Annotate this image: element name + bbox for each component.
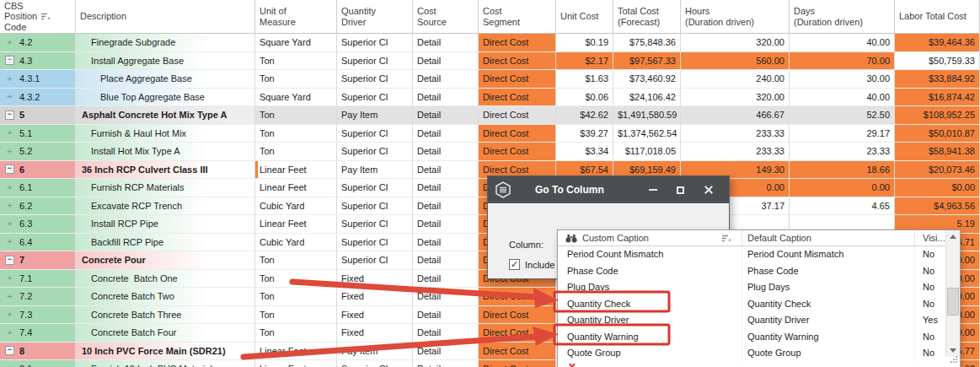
cell-desc[interactable]: Place Aggregate Base bbox=[76, 70, 255, 89]
cell-total_cost[interactable]: $117,018.05 bbox=[613, 143, 681, 161]
cell-driver[interactable]: Pay Item bbox=[337, 106, 413, 125]
expand-icon[interactable]: + bbox=[5, 273, 14, 283]
maximize-icon[interactable] bbox=[667, 176, 694, 203]
popup-cell-visible[interactable]: No bbox=[915, 279, 947, 296]
cell-code[interactable]: +5.1 bbox=[0, 125, 76, 143]
expand-icon[interactable]: + bbox=[5, 237, 14, 246]
grid-row-4.3.2[interactable]: +4.3.2Blue Top Aggregate BaseSquare Yard… bbox=[0, 89, 980, 107]
cell-uom[interactable]: Cubic Yard bbox=[255, 234, 337, 252]
cell-source[interactable]: Detail bbox=[413, 215, 479, 234]
cell-desc[interactable]: Concrete Batch Two bbox=[76, 288, 255, 306]
grid-row-4.3.1[interactable]: +4.3.1Place Aggregate BaseTonSuperior CI… bbox=[0, 70, 980, 89]
cell-source[interactable]: Detail bbox=[413, 106, 479, 125]
cell-desc[interactable]: Backfill RCP Pipe bbox=[76, 234, 255, 252]
cell-source[interactable]: Detail bbox=[413, 70, 479, 89]
cell-hours[interactable]: 233.33 bbox=[681, 143, 790, 161]
cell-unit_cost[interactable]: $39.27 bbox=[556, 125, 613, 143]
cell-desc[interactable]: Finegrade Subgrade bbox=[76, 34, 255, 52]
grid-row-5.1[interactable]: +5.1Furnish & Haul Hot MixTonSuperior CI… bbox=[0, 125, 980, 143]
popup-row-quote-group[interactable]: Quote GroupQuote GroupNo bbox=[558, 345, 960, 362]
column-header-source[interactable]: CostSource bbox=[413, 0, 479, 34]
cell-total_cost[interactable]: $75,848.36 bbox=[613, 34, 681, 52]
cell-source[interactable]: Detail bbox=[413, 161, 479, 180]
cell-driver[interactable]: Pay Item bbox=[337, 343, 413, 361]
cell-source[interactable]: Detail bbox=[413, 197, 479, 216]
popup-row-phase-code[interactable]: Phase CodePhase CodeNo bbox=[558, 263, 960, 280]
cell-code[interactable]: +4.3.1 bbox=[0, 70, 76, 89]
popup-cell-default-caption[interactable]: Plug Days bbox=[742, 279, 915, 296]
cell-code[interactable]: +7.3 bbox=[0, 306, 76, 325]
column-header-custom-caption[interactable]: Custom Caption bbox=[558, 230, 742, 246]
cell-code[interactable]: +8.1 bbox=[0, 360, 76, 367]
cell-hours[interactable]: 240.00 bbox=[681, 70, 790, 89]
cell-total_cost[interactable]: $1,374,562.54 bbox=[613, 125, 681, 143]
cell-total_cost[interactable]: $73,460.92 bbox=[613, 70, 681, 89]
cell-code[interactable]: +6.2 bbox=[0, 197, 76, 216]
popup-cell-visible[interactable]: No bbox=[915, 345, 947, 362]
collapse-icon[interactable]: − bbox=[5, 111, 14, 120]
cell-days[interactable]: 40.00 bbox=[790, 89, 895, 107]
cell-hours[interactable]: 320.00 bbox=[681, 34, 790, 52]
cell-desc[interactable]: Install Hot Mix Type A bbox=[76, 143, 255, 161]
cell-uom[interactable]: Ton bbox=[255, 143, 337, 161]
cell-code[interactable]: +7.1 bbox=[0, 270, 76, 289]
cell-desc[interactable]: Concrete Batch Three bbox=[76, 306, 255, 325]
cell-desc[interactable]: Install Aggregate Base bbox=[76, 52, 255, 71]
cell-segment[interactable]: Direct Cost bbox=[479, 70, 556, 89]
cell-labor[interactable]: $20,073.46 bbox=[895, 161, 980, 180]
cell-segment[interactable]: Direct Cost bbox=[479, 34, 556, 52]
cell-uom[interactable]: Linear Feet bbox=[255, 161, 337, 180]
cell-driver[interactable]: Superior CI bbox=[337, 52, 413, 71]
column-header-unit_cost[interactable]: Unit Cost bbox=[556, 0, 613, 34]
cell-segment[interactable]: Direct Cost bbox=[479, 125, 556, 143]
cell-uom[interactable]: Square Yard bbox=[255, 34, 337, 52]
cell-uom[interactable]: Ton bbox=[255, 106, 337, 125]
cell-desc[interactable]: Blue Top Aggregate Base bbox=[76, 89, 255, 107]
cell-uom[interactable]: Ton bbox=[255, 251, 337, 270]
cell-total_cost[interactable]: $24,106.42 bbox=[613, 89, 681, 107]
cell-source[interactable]: Detail bbox=[413, 343, 479, 361]
cell-segment[interactable]: Direct Cost bbox=[479, 52, 556, 71]
expand-icon[interactable]: + bbox=[5, 128, 14, 138]
popup-cell-custom-caption[interactable]: Quantity Check bbox=[558, 296, 742, 313]
cell-labor[interactable]: $4,963.56 bbox=[895, 197, 980, 216]
cell-source[interactable]: Detail bbox=[413, 324, 479, 343]
grid-row-5.2[interactable]: +5.2Install Hot Mix Type ATonSuperior CI… bbox=[0, 143, 980, 161]
expand-icon[interactable]: + bbox=[5, 328, 14, 337]
grid-row-4.2[interactable]: +4.2Finegrade SubgradeSquare YardSuperio… bbox=[0, 34, 980, 52]
popup-cell-visible[interactable]: Yes bbox=[915, 312, 947, 329]
cell-uom[interactable]: Ton bbox=[255, 70, 337, 89]
cell-hours[interactable]: 320.00 bbox=[681, 89, 790, 107]
popup-cell-default-caption[interactable]: Quantity Warning bbox=[742, 329, 915, 346]
cell-days[interactable]: 30.00 bbox=[790, 70, 895, 89]
cell-desc[interactable]: 36 Inch RCP Culvert Class III bbox=[76, 161, 255, 180]
cell-segment[interactable]: Direct Cost bbox=[479, 343, 556, 361]
expand-icon[interactable]: + bbox=[5, 310, 14, 319]
cell-segment[interactable]: Direct Cost bbox=[479, 143, 556, 161]
cell-driver[interactable]: Superior CI bbox=[337, 234, 413, 252]
popup-scrollbar[interactable] bbox=[945, 230, 960, 357]
cell-driver[interactable]: Fixed bbox=[337, 324, 413, 343]
cell-uom[interactable]: Ton bbox=[255, 52, 337, 71]
column-header-default-caption[interactable]: Default Caption bbox=[742, 230, 915, 246]
cell-desc[interactable]: Concrete Pour bbox=[76, 251, 255, 270]
expand-icon[interactable]: + bbox=[5, 292, 14, 301]
popup-row-period-count-mismatch[interactable]: Period Count MismatchPeriod Count Mismat… bbox=[558, 246, 960, 263]
popup-cell-default-caption[interactable]: Phase Code bbox=[742, 263, 915, 280]
cell-driver[interactable]: Fixed bbox=[337, 270, 413, 289]
cell-driver[interactable]: Pay Item bbox=[337, 161, 413, 180]
cell-uom[interactable]: Linear Feet bbox=[255, 179, 337, 197]
column-header-desc[interactable]: Description bbox=[76, 0, 255, 34]
popup-cell-custom-caption[interactable]: Plug Days bbox=[558, 279, 742, 296]
include-columns-checkbox[interactable] bbox=[509, 259, 520, 270]
cell-source[interactable]: Detail bbox=[413, 89, 479, 107]
grid-row-5[interactable]: −5Asphalt Concrete Hot Mix Type ATonPay … bbox=[0, 106, 980, 125]
dialog-titlebar[interactable]: Go To Column bbox=[488, 176, 729, 203]
popup-cell-visible[interactable]: No bbox=[915, 296, 947, 313]
column-header-labor[interactable]: Labor Total Cost bbox=[895, 0, 980, 34]
cell-source[interactable]: Detail bbox=[413, 234, 479, 252]
cell-driver[interactable]: Superior CI bbox=[337, 215, 413, 234]
cell-days[interactable]: 29.17 bbox=[790, 125, 895, 143]
cell-hours[interactable]: 233.33 bbox=[681, 125, 790, 143]
cell-desc[interactable]: Furnish 10 Inch PVC Materials bbox=[76, 360, 255, 367]
